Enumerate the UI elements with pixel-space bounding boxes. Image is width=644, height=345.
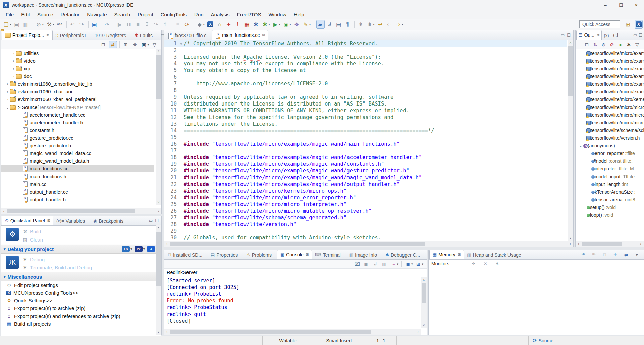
separator[interactable] <box>172 21 172 28</box>
view-tab[interactable]: ▦ Memory⊠ <box>429 250 464 259</box>
fold-marker-icon[interactable] <box>179 107 184 114</box>
tree-row[interactable]: › utilities <box>1 49 154 57</box>
fold-marker-icon[interactable] <box>179 228 184 234</box>
fold-marker-icon[interactable] <box>179 100 184 107</box>
expand-arrow-icon[interactable]: › <box>5 89 10 94</box>
undo-icon[interactable]: ↶ <box>69 20 77 28</box>
run-config-icon[interactable]: ◉▾ <box>282 20 292 28</box>
fold-marker-icon[interactable] <box>179 214 184 221</box>
outline-include-row[interactable]: tensorflow/lite/micro/examples/magic_wan… <box>576 49 644 57</box>
expand-arrow-icon[interactable]: › <box>11 74 16 79</box>
disconnect-icon[interactable]: ⌁▾ <box>390 261 399 267</box>
remove-monitor-icon[interactable]: ✕ <box>482 260 489 268</box>
open-console-icon[interactable]: ⊞▾ <box>415 261 424 267</box>
outline-member-row[interactable]: kTensorArenaSize : <box>576 188 644 196</box>
build-icon[interactable]: ⚒▾ <box>46 20 55 28</box>
view-tab[interactable]: ▤ Properties <box>208 250 243 259</box>
debug-probe-button[interactable]: LS <box>122 246 130 252</box>
tree-row[interactable]: ⌄ > Source [TensorFlowLite-NXP master] <box>1 103 154 111</box>
hex-format-icon[interactable]: ¹⁰¹ <box>580 251 587 259</box>
save-all-icon[interactable]: ▥ <box>22 20 30 28</box>
tree-row[interactable]: › evkmimxrt1060_tensorflow_lite_lib <box>1 80 154 88</box>
step-return-icon[interactable]: ↥ <box>162 20 169 28</box>
tree-row[interactable]: output_handler.h <box>1 196 154 203</box>
stop-icon[interactable]: ■ <box>135 20 142 28</box>
outline-function-row[interactable]: loop() : void <box>576 211 644 219</box>
menu-item[interactable]: Source <box>34 12 57 17</box>
view-tab[interactable]: ⌨ Terminal <box>312 250 346 259</box>
outline-include-row[interactable]: tensorflow/lite/schema/schema_generated.… <box>576 126 644 134</box>
grid-icon[interactable]: ⊞ <box>122 41 130 48</box>
outline-member-row[interactable]: input_length : int <box>576 180 644 188</box>
minimize-view-icon[interactable]: ▭ <box>149 218 153 223</box>
separator[interactable] <box>314 21 314 28</box>
console-output[interactable]: [Started server] [Connected on port 3025… <box>164 276 427 324</box>
resume-icon[interactable]: ▶ <box>116 20 124 28</box>
separator[interactable] <box>33 21 33 28</box>
editor-tab[interactable]: fxos8700_fifo.c <box>165 31 212 40</box>
tree-row[interactable]: gesture_predictor.cc <box>1 134 154 142</box>
fold-marker-icon[interactable] <box>179 174 184 181</box>
tree-row[interactable]: gesture_predictor.h <box>1 142 154 149</box>
tree-row[interactable]: accelerometer_handler.cc <box>1 111 154 119</box>
project-tree-hscrollbar[interactable]: ‹ › <box>1 208 161 214</box>
outline-member-row[interactable]: error_reporter : tflite <box>576 149 644 157</box>
flash-program-icon[interactable]: ! <box>234 20 242 28</box>
fold-marker-icon[interactable] <box>179 114 184 121</box>
minimize-button[interactable]: – <box>598 0 613 10</box>
debug-section-header[interactable]: ▾ Debug your project LS ▾ P2 ▾ <box>1 244 161 254</box>
miscellaneous-section-header[interactable]: ▾ Miscellaneous <box>1 272 161 281</box>
menu-item[interactable]: Edit <box>17 12 34 17</box>
view-tab[interactable]: (x)= Gl... <box>602 31 626 40</box>
debug-probe-button[interactable]: P2 <box>135 246 143 252</box>
show-whitespace-icon[interactable]: ¶ <box>344 20 352 28</box>
next-annotation-icon[interactable]: ⇟▾ <box>366 20 375 28</box>
tree-row[interactable]: › xip <box>1 65 154 72</box>
menu-item[interactable]: Analysis <box>207 12 233 17</box>
outline-include-row[interactable]: tensorflow/lite/micro/examples/magic_wan… <box>576 88 644 95</box>
tree-row[interactable]: main_functions.cc <box>1 165 154 172</box>
hide-static-icon[interactable]: ⊘ <box>608 41 616 48</box>
fold-marker-icon[interactable] <box>179 87 184 94</box>
fold-marker-icon[interactable] <box>179 60 184 67</box>
view-menu-icon[interactable]: ▽ <box>151 41 159 48</box>
collapse-all-icon[interactable]: ⊟ <box>583 41 591 48</box>
fold-marker-icon[interactable] <box>179 154 184 161</box>
tree-row[interactable]: constants.h <box>1 126 154 134</box>
expand-arrow-icon[interactable]: › <box>11 59 16 63</box>
view-menu-icon[interactable]: ▾ <box>633 251 640 259</box>
outline-include-row[interactable]: tensorflow/lite/micro/examples/magic_wan… <box>576 80 644 88</box>
fold-marker-icon[interactable] <box>179 161 184 167</box>
pause-icon[interactable]: ❚❚ <box>125 20 133 28</box>
menu-item[interactable]: ConfigTools <box>157 12 191 17</box>
view-tab[interactable]: ▥ Heap and Stack Usage <box>464 250 526 259</box>
binary-icon[interactable]: 010 <box>56 20 64 28</box>
outline-include-row[interactable]: tensorflow/lite/micro/micro_interpreter.… <box>576 111 644 119</box>
outline-member-row[interactable]: model_input : TfLite <box>576 172 644 180</box>
separator[interactable] <box>101 21 101 28</box>
quickstart-misc-link[interactable]: ▩ Build all projects <box>1 320 161 328</box>
project-tree-vscrollbar[interactable]: ˄ ˅ <box>156 49 161 205</box>
fold-marker-icon[interactable] <box>179 74 184 80</box>
link-icon[interactable]: ⇄ <box>623 251 630 259</box>
expand-arrow-icon[interactable]: › <box>11 66 16 71</box>
outline-include-row[interactable]: tensorflow/lite/micro/examples/magic_wan… <box>576 72 644 80</box>
minimize-view-icon[interactable]: ▭ <box>633 33 637 38</box>
mcux-perspective-icon[interactable]: X <box>635 20 643 29</box>
mark-occurrences-icon[interactable]: ▰ <box>316 20 325 29</box>
outline-include-row[interactable]: tensorflow/lite/micro/kernels/micro_ops.… <box>576 95 644 103</box>
add-rendering-icon[interactable]: ✛ <box>612 251 619 259</box>
back-icon[interactable]: ⇦ <box>386 20 393 28</box>
menu-item[interactable]: Project <box>134 12 157 17</box>
view-tab[interactable]: ◉ Breakpoints <box>90 216 129 225</box>
fold-marker-icon[interactable] <box>179 208 184 214</box>
restart-icon[interactable]: ⟳ <box>183 20 191 28</box>
fold-marker-icon[interactable] <box>179 121 184 127</box>
tree-row[interactable]: › evkmimxrt1060_xbar_aoi_peripheral <box>1 95 154 103</box>
fold-marker-icon[interactable] <box>179 134 184 141</box>
fold-marker-icon[interactable] <box>179 188 184 194</box>
fold-marker-icon[interactable] <box>179 54 184 60</box>
outline-include-row[interactable]: tensorflow/lite/micro/examples/magic_wan… <box>576 65 644 72</box>
expand-arrow-icon[interactable]: ⌄ <box>5 105 10 110</box>
view-tab[interactable]: ∷ Peripherals+ <box>53 31 92 40</box>
